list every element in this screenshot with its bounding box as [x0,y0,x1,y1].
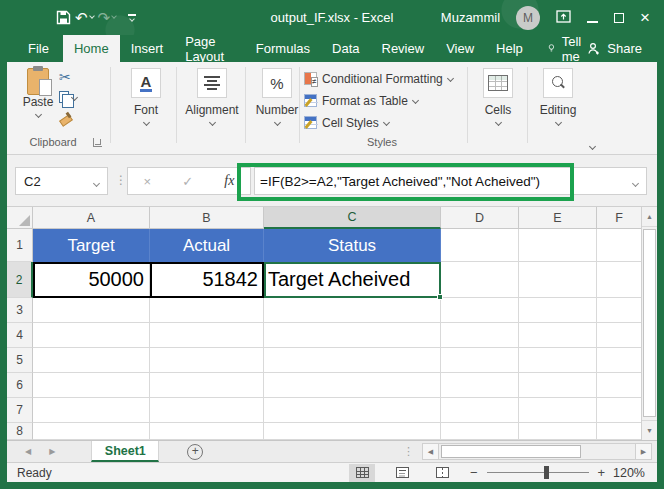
ribbon-display-options-button[interactable] [556,9,571,27]
format-painter-button[interactable] [59,110,77,124]
cell-B6[interactable] [150,373,264,398]
share-button[interactable]: Share [587,35,642,62]
column-header-f[interactable]: F [597,207,641,229]
zoom-slider[interactable] [487,472,589,473]
cell-B3[interactable] [150,298,264,323]
row-header-3[interactable]: 3 [7,298,33,323]
cell-C2-selected[interactable]: Target Acheived [264,262,441,298]
name-box-dropdown-icon[interactable] [93,179,100,186]
cell-A1[interactable]: Target [33,229,150,262]
minimize-button[interactable] [587,9,598,27]
cell-F6[interactable] [597,373,641,398]
cell-A7[interactable] [33,398,150,423]
normal-view-button[interactable] [349,464,375,482]
cell-C5[interactable] [264,348,441,373]
redo-button[interactable]: ↷ [98,9,117,27]
tell-me-box[interactable]: Tell me [548,35,587,62]
tab-scroll-splitter[interactable]: ⋮ [403,445,414,458]
paste-dropdown-icon[interactable] [34,111,41,118]
cell-D3[interactable] [441,298,519,323]
zoom-in-button[interactable]: + [598,465,606,480]
cut-button[interactable]: ✂ [59,70,77,84]
cell-B8[interactable] [150,423,264,440]
tab-help[interactable]: Help [485,35,534,62]
cell-D2[interactable] [441,262,519,298]
row-header-7[interactable]: 7 [7,398,33,423]
insert-function-icon[interactable]: fx [224,173,234,189]
cell-D6[interactable] [441,373,519,398]
expand-formula-bar-icon[interactable] [632,179,639,186]
tab-file[interactable]: File [14,35,63,62]
customize-qat-button[interactable] [128,14,136,21]
cell-C6[interactable] [264,373,441,398]
format-as-table-button[interactable]: Format as Table [304,93,462,108]
scroll-down-icon[interactable]: ▼ [642,420,657,440]
undo-button[interactable]: ↶ [75,9,94,27]
column-header-a[interactable]: A [33,207,150,229]
cell-A4[interactable] [33,323,150,348]
cells-group-button[interactable]: Cells [473,68,523,125]
enter-icon[interactable]: ✓ [182,174,193,189]
zoom-out-button[interactable]: − [470,465,478,480]
user-name[interactable]: Muzammil [441,10,500,25]
cell-B7[interactable] [150,398,264,423]
cell-F2[interactable] [597,262,641,298]
cell-A2[interactable]: 50000 [33,262,150,298]
horizontal-scrollbar[interactable]: ◀ ▶ [422,443,652,460]
zoom-level[interactable]: 120% [613,466,645,480]
cell-C7[interactable] [264,398,441,423]
maximize-button[interactable] [614,9,624,27]
cell-C8[interactable] [264,423,441,440]
cell-D7[interactable] [441,398,519,423]
name-box[interactable]: C2 [15,167,108,195]
vertical-scroll-thumb[interactable] [643,229,656,417]
cell-F1[interactable] [597,229,641,262]
select-all-corner[interactable] [7,207,33,229]
row-header-2[interactable]: 2 [7,262,33,298]
scroll-up-icon[interactable]: ▲ [642,207,657,227]
close-button[interactable]: × [640,9,650,26]
cell-D5[interactable] [441,348,519,373]
cell-E7[interactable] [519,398,597,423]
page-break-view-button[interactable] [429,464,455,482]
row-header-4[interactable]: 4 [7,323,33,348]
cell-B2[interactable]: 51842 [150,262,264,298]
cell-D1[interactable] [441,229,519,262]
cancel-icon[interactable]: × [144,174,152,189]
cell-F7[interactable] [597,398,641,423]
scroll-left-icon[interactable]: ◀ [422,443,439,460]
column-header-b[interactable]: B [150,207,264,229]
tab-insert[interactable]: Insert [120,35,175,62]
row-header-8[interactable]: 8 [7,423,33,440]
zoom-slider-thumb[interactable] [544,466,549,479]
cell-F8[interactable] [597,423,641,440]
scroll-right-icon[interactable]: ▶ [635,443,652,460]
save-icon[interactable] [56,10,71,25]
font-group-button[interactable]: A Font [117,68,175,125]
cell-A6[interactable] [33,373,150,398]
editing-group-button[interactable]: Editing [531,68,585,125]
prev-sheet-icon[interactable]: ◀ [25,447,31,456]
formula-input[interactable]: =IF(B2>=A2,"Target Acheived","Not Acheiv… [254,167,647,195]
new-sheet-button[interactable]: + [187,444,203,460]
cell-E4[interactable] [519,323,597,348]
cell-C3[interactable] [264,298,441,323]
cell-E8[interactable] [519,423,597,440]
cell-styles-button[interactable]: Cell Styles [304,115,462,130]
clipboard-dialog-launcher-icon[interactable] [93,138,102,147]
sheet-tab-sheet1[interactable]: Sheet1 [91,441,159,462]
conditional-formatting-button[interactable]: Conditional Formatting [304,71,462,86]
column-header-c[interactable]: C [264,207,441,229]
row-header-1[interactable]: 1 [7,229,33,262]
tab-view[interactable]: View [435,35,485,62]
column-header-e[interactable]: E [519,207,597,229]
row-header-5[interactable]: 5 [7,348,33,373]
cell-F5[interactable] [597,348,641,373]
collapse-ribbon-icon[interactable] [590,138,595,152]
tab-review[interactable]: Review [371,35,436,62]
cell-A5[interactable] [33,348,150,373]
cell-B1[interactable]: Actual [150,229,264,262]
cell-A8[interactable] [33,423,150,440]
cell-C4[interactable] [264,323,441,348]
cell-A3[interactable] [33,298,150,323]
